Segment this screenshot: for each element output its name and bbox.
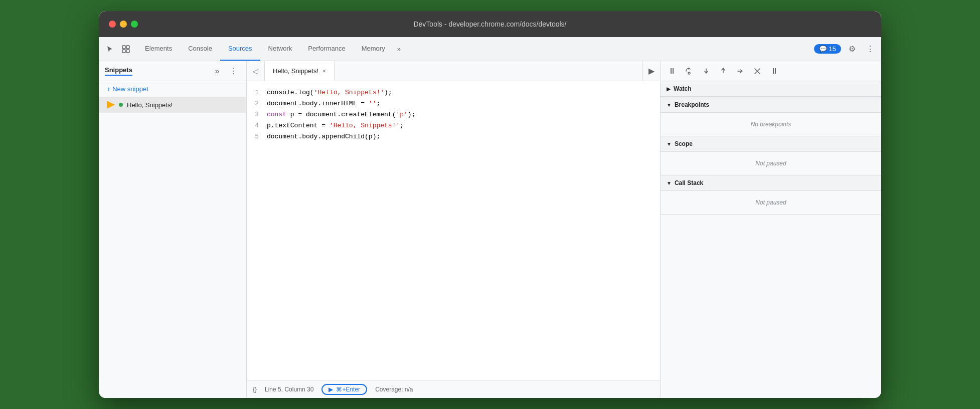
run-shortcut-label: ⌘+Enter [336, 386, 360, 393]
breakpoints-content: No breakpoints [661, 113, 881, 136]
line-content-3: const p = document.createElement('p'); [267, 109, 660, 120]
scope-content: Not paused [661, 152, 881, 175]
panel-header-icons: » ⋮ [210, 64, 240, 78]
cursor-position: Line 5, Column 30 [265, 386, 313, 393]
line-content-1: console.log('Hello, Snippets!'); [267, 87, 660, 98]
watch-section: ▶ Watch [661, 81, 881, 97]
svg-rect-1 [126, 46, 129, 49]
pause-button[interactable]: ⏸ [665, 64, 680, 79]
devtools-body: Elements Console Sources Network Perform… [99, 37, 881, 398]
line-number-3: 3 [247, 109, 267, 120]
scope-section: ▼ Scope Not paused [661, 136, 881, 175]
tab-sources[interactable]: Sources [220, 37, 260, 61]
step-out-button[interactable] [716, 64, 731, 79]
sidebar-toggle-button[interactable]: ◁ [247, 61, 265, 81]
line-number-4: 4 [247, 120, 267, 131]
more-panels-icon[interactable]: » [210, 64, 224, 78]
step-over-button[interactable] [682, 64, 697, 79]
more-tabs-button[interactable]: » [393, 37, 405, 61]
tab-elements[interactable]: Elements [137, 37, 180, 61]
titlebar: DevTools - developer.chrome.com/docs/dev… [99, 11, 881, 37]
right-panel: ⏸ [661, 61, 881, 398]
snippet-item[interactable]: Hello, Snippets! [99, 97, 246, 113]
new-snippet-button[interactable]: + New snippet [99, 81, 246, 97]
watch-arrow-icon: ▶ [667, 86, 671, 92]
settings-icon[interactable]: ⚙ [845, 42, 859, 56]
scope-label: Scope [675, 140, 693, 147]
line-number-1: 1 [247, 87, 267, 98]
toolbar-icons [103, 42, 133, 56]
line-content-2: document.body.innerHTML = ''; [267, 98, 660, 109]
line-content-5: document.body.appendChild(p); [267, 131, 660, 142]
line-number-2: 2 [247, 98, 267, 109]
tab-network[interactable]: Network [260, 37, 300, 61]
debug-toolbar: ⏸ [661, 61, 881, 81]
main-content: Snippets » ⋮ + New snippet Hello, Snippe… [99, 61, 881, 398]
svg-rect-2 [122, 50, 125, 53]
code-editor[interactable]: 1 console.log('Hello, Snippets!'); 2 doc… [247, 81, 660, 380]
code-line-2: 2 document.body.innerHTML = ''; [247, 98, 660, 109]
panel-menu-icon[interactable]: ⋮ [226, 64, 240, 78]
close-button[interactable] [109, 21, 116, 28]
coverage-label: Coverage: n/a [375, 386, 413, 393]
code-line-1: 1 console.log('Hello, Snippets!'); [247, 87, 660, 98]
watch-section-header[interactable]: ▶ Watch [661, 81, 881, 97]
deactivate-breakpoints-button[interactable] [750, 64, 765, 79]
tab-bar: Elements Console Sources Network Perform… [137, 37, 814, 61]
breakpoints-label: Breakpoints [675, 101, 709, 108]
editor-tabs: ◁ Hello, Snippets! × ▶ [247, 61, 660, 81]
run-play-icon: ▶ [329, 386, 333, 393]
snippet-name: Hello, Snippets! [127, 101, 173, 109]
format-button[interactable]: {} [253, 386, 257, 393]
devtools-window: DevTools - developer.chrome.com/docs/dev… [99, 11, 881, 398]
more-options-icon[interactable]: ⋮ [863, 42, 877, 56]
toolbar-right: 💬 15 ⚙ ⋮ [814, 42, 877, 56]
snippet-file-icon [107, 101, 115, 109]
call-stack-label: Call Stack [675, 179, 703, 186]
call-stack-section-header[interactable]: ▼ Call Stack [661, 175, 881, 191]
scope-arrow-icon: ▼ [667, 141, 672, 147]
breakpoints-section: ▼ Breakpoints No breakpoints [661, 97, 881, 136]
step-into-button[interactable] [699, 64, 714, 79]
maximize-button[interactable] [131, 21, 138, 28]
breakpoints-section-header[interactable]: ▼ Breakpoints [661, 97, 881, 113]
editor-run-button[interactable]: ▶ [642, 61, 660, 81]
notification-badge[interactable]: 💬 15 [814, 44, 841, 54]
watch-label: Watch [674, 85, 692, 92]
call-stack-content: Not paused [661, 191, 881, 215]
step-button[interactable] [733, 64, 748, 79]
scope-section-header[interactable]: ▼ Scope [661, 136, 881, 152]
status-bar: {} Line 5, Column 30 ▶ ⌘+Enter Coverage:… [247, 380, 660, 398]
tab-performance[interactable]: Performance [300, 37, 353, 61]
editor-tab-close-icon[interactable]: × [322, 68, 326, 75]
left-panel: Snippets » ⋮ + New snippet Hello, Snippe… [99, 61, 247, 398]
svg-rect-3 [126, 50, 129, 53]
notification-icon: 💬 [819, 45, 827, 53]
cursor-icon[interactable] [103, 42, 117, 56]
line-content-4: p.textContent = 'Hello, Snippets!'; [267, 120, 660, 131]
center-panel: ◁ Hello, Snippets! × ▶ 1 console.log('He… [247, 61, 661, 398]
window-title: DevTools - developer.chrome.com/docs/dev… [413, 20, 566, 28]
tab-memory[interactable]: Memory [354, 37, 393, 61]
line-number-5: 5 [247, 131, 267, 142]
code-line-3: 3 const p = document.createElement('p'); [247, 109, 660, 120]
snippets-panel-header: Snippets » ⋮ [99, 61, 246, 81]
pause-on-exceptions-button[interactable]: ⏸ [767, 64, 782, 79]
svg-point-4 [688, 72, 690, 74]
call-stack-arrow-icon: ▼ [667, 180, 672, 186]
code-line-5: 5 document.body.appendChild(p); [247, 131, 660, 142]
snippet-modified-dot [119, 103, 123, 107]
code-line-4: 4 p.textContent = 'Hello, Snippets!'; [247, 120, 660, 131]
top-toolbar: Elements Console Sources Network Perform… [99, 37, 881, 61]
inspect-icon[interactable] [119, 42, 133, 56]
minimize-button[interactable] [120, 21, 127, 28]
editor-tab-hello-snippets[interactable]: Hello, Snippets! × [265, 61, 335, 81]
run-shortcut-button[interactable]: ▶ ⌘+Enter [321, 384, 367, 395]
editor-tab-name: Hello, Snippets! [273, 67, 318, 75]
window-controls [109, 21, 138, 28]
breakpoints-arrow-icon: ▼ [667, 102, 672, 108]
snippets-title: Snippets [105, 66, 132, 76]
call-stack-section: ▼ Call Stack Not paused [661, 175, 881, 215]
svg-rect-0 [122, 46, 125, 49]
tab-console[interactable]: Console [180, 37, 220, 61]
